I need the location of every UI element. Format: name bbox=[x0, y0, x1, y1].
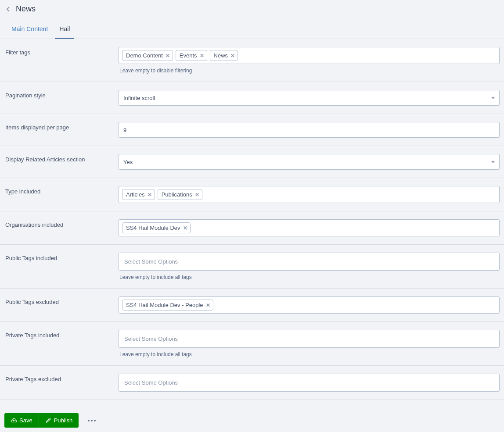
items-per-page-input[interactable] bbox=[119, 122, 499, 137]
organisations-included-input[interactable]: SS4 Hail Module Dev ✕ bbox=[119, 219, 500, 236]
label-filter-tags: Filter tags bbox=[5, 47, 119, 56]
row-organisations-included: Organisations included SS4 Hail Module D… bbox=[0, 211, 504, 245]
private-tags-excluded-input[interactable]: Select Some Options bbox=[119, 374, 500, 392]
type-included-input[interactable]: Articles ✕ Publications ✕ bbox=[119, 186, 500, 203]
tag-chip-label: News bbox=[214, 52, 228, 59]
tag-chip: Events ✕ bbox=[176, 50, 207, 61]
row-display-related: Display Related Articles section Yes bbox=[0, 146, 504, 178]
help-text: Leave empty to include all tags bbox=[119, 351, 500, 357]
row-private-tags-included: Private Tags included Select Some Option… bbox=[0, 322, 504, 366]
display-related-select[interactable]: Yes bbox=[119, 154, 500, 170]
remove-chip-icon[interactable]: ✕ bbox=[200, 53, 204, 58]
publish-button[interactable]: Publish bbox=[39, 413, 79, 428]
row-public-tags-included: Public Tags included Select Some Options… bbox=[0, 245, 504, 289]
public-tags-included-input[interactable]: Select Some Options bbox=[119, 253, 500, 271]
remove-chip-icon[interactable]: ✕ bbox=[230, 53, 235, 58]
select-value: Yes bbox=[123, 159, 133, 165]
label-pagination-style: Pagination style bbox=[5, 90, 119, 99]
select-value: Infinite scroll bbox=[123, 95, 155, 101]
label-organisations-included: Organisations included bbox=[5, 219, 119, 228]
action-bar: Save Publish bbox=[0, 409, 504, 432]
row-items-per-page: Items displayed per page bbox=[0, 114, 504, 146]
tag-chip: SS4 Hail Module Dev - People ✕ bbox=[122, 300, 213, 311]
row-public-tags-excluded: Public Tags excluded SS4 Hail Module Dev… bbox=[0, 289, 504, 322]
back-arrow-icon[interactable] bbox=[4, 5, 12, 13]
more-icon bbox=[94, 420, 96, 421]
tag-chip: Articles ✕ bbox=[122, 189, 155, 200]
help-text: Leave empty to include all tags bbox=[119, 274, 500, 280]
tag-chip-label: Events bbox=[180, 52, 197, 59]
placeholder-text: Select Some Options bbox=[121, 255, 181, 268]
form: Filter tags Demo Content ✕ Events ✕ News… bbox=[0, 39, 504, 432]
page-title: News bbox=[16, 4, 36, 14]
tag-chip: Demo Content ✕ bbox=[122, 50, 173, 61]
more-icon bbox=[88, 420, 90, 421]
publish-button-label: Publish bbox=[54, 417, 73, 424]
tab-hail[interactable]: Hail bbox=[55, 19, 74, 39]
remove-chip-icon[interactable]: ✕ bbox=[166, 53, 170, 58]
tag-chip: SS4 Hail Module Dev ✕ bbox=[122, 222, 191, 233]
label-type-included: Type included bbox=[5, 186, 119, 195]
row-pagination-style: Pagination style Infinite scroll bbox=[0, 82, 504, 114]
label-items-per-page: Items displayed per page bbox=[5, 122, 119, 131]
tab-main-content[interactable]: Main Content bbox=[7, 19, 52, 39]
tag-chip-label: Demo Content bbox=[126, 52, 163, 59]
save-button[interactable]: Save bbox=[4, 413, 39, 428]
cloud-save-icon bbox=[11, 418, 17, 424]
more-actions-button[interactable] bbox=[86, 414, 98, 427]
caret-down-icon bbox=[491, 161, 495, 163]
primary-actions: Save Publish bbox=[4, 413, 79, 428]
row-private-tags-excluded: Private Tags excluded Select Some Option… bbox=[0, 366, 504, 400]
remove-chip-icon[interactable]: ✕ bbox=[195, 192, 199, 197]
row-filter-tags: Filter tags Demo Content ✕ Events ✕ News… bbox=[0, 39, 504, 82]
label-display-related: Display Related Articles section bbox=[5, 154, 119, 163]
placeholder-text: Select Some Options bbox=[121, 332, 181, 346]
save-button-label: Save bbox=[19, 417, 32, 424]
remove-chip-icon[interactable]: ✕ bbox=[206, 303, 210, 308]
tag-chip: News ✕ bbox=[210, 50, 238, 61]
rocket-icon bbox=[45, 418, 51, 424]
tag-chip: Publications ✕ bbox=[158, 189, 202, 200]
label-private-tags-included: Private Tags included bbox=[5, 330, 119, 339]
more-icon bbox=[91, 420, 93, 421]
remove-chip-icon[interactable]: ✕ bbox=[183, 225, 187, 231]
filter-tags-input[interactable]: Demo Content ✕ Events ✕ News ✕ bbox=[119, 47, 500, 64]
tag-chip-label: Articles bbox=[126, 191, 145, 198]
private-tags-included-input[interactable]: Select Some Options bbox=[119, 330, 500, 348]
placeholder-text: Select Some Options bbox=[121, 376, 181, 389]
label-public-tags-included: Public Tags included bbox=[5, 253, 119, 261]
remove-chip-icon[interactable]: ✕ bbox=[148, 192, 152, 197]
label-public-tags-excluded: Public Tags excluded bbox=[5, 296, 119, 305]
tab-bar: Main Content Hail bbox=[0, 19, 504, 39]
caret-down-icon bbox=[491, 97, 495, 99]
tag-chip-label: Publications bbox=[162, 191, 192, 198]
pagination-style-select[interactable]: Infinite scroll bbox=[119, 90, 500, 106]
label-private-tags-excluded: Private Tags excluded bbox=[5, 374, 119, 382]
help-text: Leave empty to disable filtering bbox=[119, 68, 500, 74]
row-type-included: Type included Articles ✕ Publications ✕ bbox=[0, 178, 504, 211]
page-header: News bbox=[0, 0, 504, 19]
items-per-page-field bbox=[119, 122, 500, 138]
tag-chip-label: SS4 Hail Module Dev - People bbox=[126, 302, 203, 308]
tag-chip-label: SS4 Hail Module Dev bbox=[126, 225, 180, 231]
public-tags-excluded-input[interactable]: SS4 Hail Module Dev - People ✕ bbox=[119, 296, 500, 314]
